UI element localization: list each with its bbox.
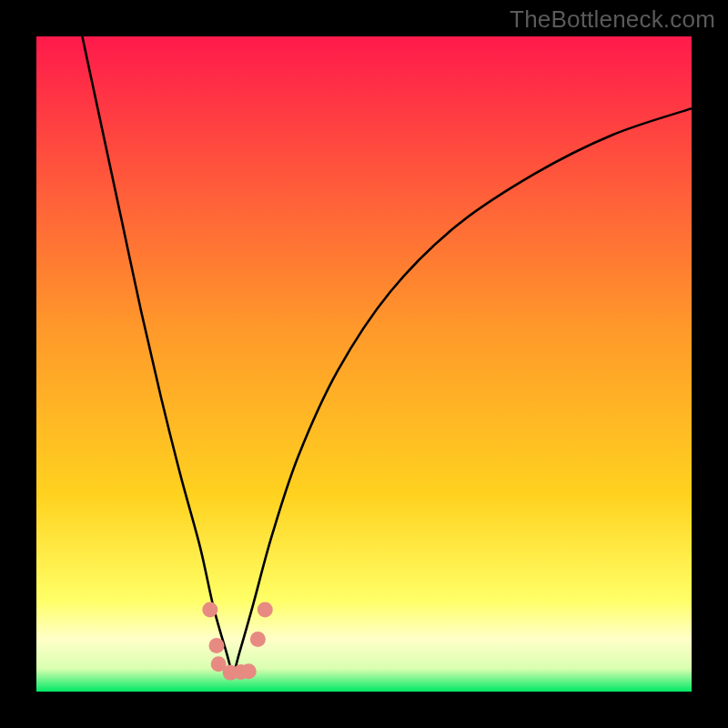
data-point [250, 632, 266, 647]
data-point [258, 602, 273, 618]
watermark-text: TheBottleneck.com [510, 5, 715, 34]
bottleneck-chart [36, 36, 692, 692]
chart-frame: TheBottleneck.com [0, 0, 728, 728]
data-point [209, 638, 225, 653]
data-point [202, 602, 217, 618]
gradient-background [36, 36, 692, 692]
data-point [241, 663, 257, 679]
